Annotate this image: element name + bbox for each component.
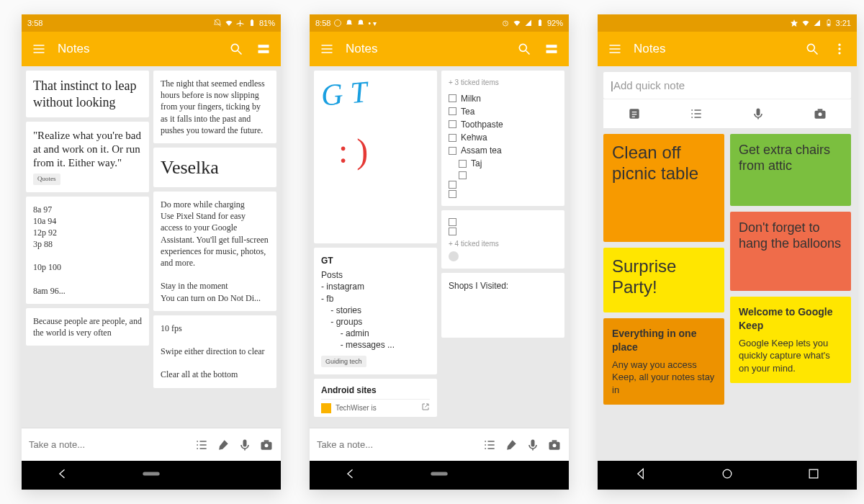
status-battery: 81% bbox=[259, 19, 275, 27]
brush-icon[interactable] bbox=[504, 438, 518, 452]
note-card[interactable]: That instinct to leap without looking bbox=[26, 71, 149, 117]
check-item[interactable]: Toothpaste bbox=[449, 118, 557, 131]
svg-point-38 bbox=[723, 469, 732, 478]
overflow-icon[interactable] bbox=[831, 40, 848, 58]
svg-point-22 bbox=[553, 444, 557, 447]
back-icon[interactable] bbox=[55, 467, 70, 484]
checklist-note[interactable]: + 4 ticked items bbox=[441, 210, 564, 269]
ticked-footer: + 4 ticked items bbox=[449, 239, 557, 249]
recent-icon[interactable] bbox=[806, 467, 821, 484]
color-note[interactable]: Everything in one place Any way you acce… bbox=[603, 318, 724, 405]
content: |Add quick note Clean off picnic table S… bbox=[598, 66, 857, 461]
status-time: 3:58 bbox=[27, 19, 42, 27]
notes-grid: Clean off picnic table Surprise Party! E… bbox=[598, 134, 857, 461]
search-icon[interactable] bbox=[516, 40, 533, 58]
color-note[interactable]: Welcome to Google Keep Google Keep lets … bbox=[730, 297, 851, 383]
note-card[interactable]: Android sites TechWiser is bbox=[314, 379, 437, 417]
note-text: Any way you access Keep, all your notes … bbox=[612, 359, 714, 395]
camera-icon[interactable] bbox=[813, 107, 827, 121]
appbar-title: Notes bbox=[58, 42, 89, 56]
svg-point-36 bbox=[819, 112, 822, 116]
wifi-icon bbox=[801, 19, 810, 27]
note-card[interactable]: Because people are people, and the world… bbox=[26, 308, 149, 346]
list-icon[interactable] bbox=[689, 107, 703, 121]
search-icon[interactable] bbox=[228, 40, 245, 58]
note-card[interactable]: 8a 97 10a 94 12p 92 3p 88 10p 100 8am 96… bbox=[26, 197, 149, 305]
checklist-note[interactable]: + 3 ticked items Milkn Tea Toothpaste Ke… bbox=[441, 71, 564, 206]
column-left: That instinct to leap without looking "R… bbox=[26, 71, 149, 423]
check-item[interactable] bbox=[449, 189, 557, 199]
note-card[interactable]: Veselka bbox=[153, 148, 276, 187]
collaborator-avatar[interactable] bbox=[449, 251, 459, 261]
quick-note-placeholder: Add quick note bbox=[613, 79, 685, 91]
check-item[interactable] bbox=[449, 217, 557, 227]
note-card[interactable]: Shops I Visited: bbox=[441, 273, 564, 338]
svg-rect-5 bbox=[258, 45, 269, 48]
mic-icon[interactable] bbox=[238, 438, 252, 452]
svg-point-12 bbox=[335, 20, 341, 27]
note-card[interactable]: GT Posts - instagram - fb - stories - gr… bbox=[314, 248, 437, 374]
list-icon[interactable] bbox=[482, 438, 497, 452]
note-body: Posts - instagram - fb - stories - group… bbox=[321, 269, 430, 351]
check-item[interactable]: Kehwa bbox=[449, 131, 557, 144]
search-icon[interactable] bbox=[804, 40, 821, 58]
note-card[interactable]: "Realize what you're bad at and work on … bbox=[26, 122, 149, 192]
open-icon[interactable] bbox=[421, 402, 430, 414]
home-icon[interactable] bbox=[720, 467, 734, 484]
color-note[interactable]: Clean off picnic table bbox=[603, 134, 724, 242]
menu-icon[interactable] bbox=[318, 40, 336, 58]
back-icon[interactable] bbox=[634, 467, 648, 484]
quick-tools bbox=[603, 99, 851, 128]
take-note-input[interactable] bbox=[317, 439, 475, 450]
home-pill-icon[interactable] bbox=[137, 467, 166, 484]
home-pill-icon[interactable] bbox=[425, 467, 454, 484]
check-item[interactable]: Milkn bbox=[449, 92, 557, 105]
app-bar: Notes bbox=[22, 32, 281, 66]
svg-rect-20 bbox=[531, 439, 535, 446]
note-text: That instinct to leap without looking bbox=[33, 78, 136, 109]
check-item[interactable] bbox=[449, 227, 557, 236]
note-card[interactable]: Do more while charging Use Pixel Stand f… bbox=[153, 192, 276, 311]
back-icon[interactable] bbox=[343, 467, 358, 484]
check-item[interactable] bbox=[449, 180, 557, 189]
color-note[interactable]: Don't forget to hang the balloons bbox=[730, 212, 851, 291]
bottom-bar bbox=[310, 428, 569, 461]
signal-icon bbox=[813, 19, 822, 27]
check-item[interactable]: Assam tea bbox=[449, 144, 557, 157]
note-tag[interactable]: Guiding tech bbox=[321, 356, 366, 367]
note-title: Android sites bbox=[321, 384, 430, 396]
view-toggle-icon[interactable] bbox=[255, 40, 272, 58]
note-text: Shops I Visited: bbox=[449, 281, 508, 291]
note-text: Don't forget to hang the balloons bbox=[739, 220, 841, 251]
svg-rect-27 bbox=[827, 24, 829, 26]
take-note-input[interactable] bbox=[29, 439, 187, 450]
airplane-icon bbox=[236, 19, 245, 27]
camera-icon[interactable] bbox=[547, 438, 562, 452]
menu-icon[interactable] bbox=[30, 40, 48, 58]
camera-icon[interactable] bbox=[259, 438, 274, 452]
quick-note-input[interactable]: |Add quick note bbox=[603, 72, 851, 99]
check-item[interactable] bbox=[449, 171, 557, 180]
mic-icon[interactable] bbox=[526, 438, 540, 452]
note-text: Because people are people, and the world… bbox=[33, 316, 142, 338]
note-card[interactable]: The night that seemed endless hours befo… bbox=[153, 71, 276, 143]
brush-icon[interactable] bbox=[216, 438, 230, 452]
check-item[interactable]: Taj bbox=[449, 157, 557, 170]
svg-line-4 bbox=[238, 51, 242, 55]
phone-3: 3:21 Notes |Add quick note Clean off pic… bbox=[598, 14, 857, 490]
list-icon[interactable] bbox=[194, 438, 209, 452]
mic-icon[interactable] bbox=[751, 107, 765, 121]
check-item[interactable]: Tea bbox=[449, 105, 557, 118]
note-title: Welcome to Google Keep bbox=[739, 305, 842, 333]
text-note-icon[interactable] bbox=[627, 107, 642, 121]
drawing-note[interactable]: G T : ) bbox=[314, 71, 437, 243]
view-toggle-icon[interactable] bbox=[543, 40, 560, 58]
note-card[interactable]: 10 fps Swipe either direction to clear C… bbox=[153, 315, 276, 388]
note-tag[interactable]: Quotes bbox=[33, 174, 60, 184]
color-note[interactable]: Get extra chairs from attic bbox=[730, 134, 851, 206]
menu-icon[interactable] bbox=[606, 40, 624, 58]
color-note[interactable]: Surprise Party! bbox=[603, 248, 724, 312]
note-sub: TechWiser is bbox=[336, 403, 377, 413]
svg-rect-19 bbox=[546, 50, 557, 53]
nav-bar bbox=[310, 461, 569, 490]
